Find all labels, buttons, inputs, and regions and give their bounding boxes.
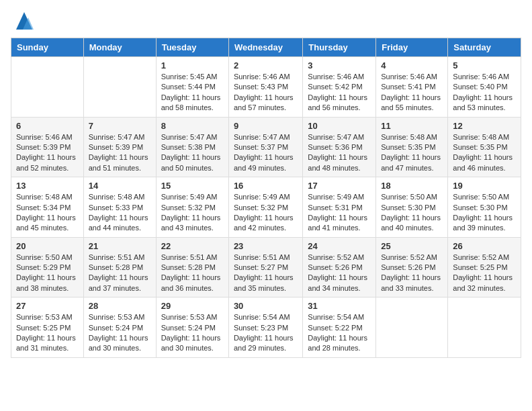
col-header-wednesday: Wednesday bbox=[228, 38, 302, 57]
calendar-cell: 11 Sunrise: 5:48 AMSunset: 5:35 PMDaylig… bbox=[376, 117, 448, 177]
calendar-cell: 21 Sunrise: 5:51 AMSunset: 5:28 PMDaylig… bbox=[83, 237, 156, 298]
calendar-week-row: 27 Sunrise: 5:53 AMSunset: 5:25 PMDaylig… bbox=[11, 298, 521, 358]
day-info: Sunrise: 5:48 AMSunset: 5:34 PMDaylight:… bbox=[16, 192, 79, 234]
calendar-cell: 8 Sunrise: 5:47 AMSunset: 5:38 PMDayligh… bbox=[156, 117, 228, 177]
calendar-cell: 22 Sunrise: 5:51 AMSunset: 5:28 PMDaylig… bbox=[156, 237, 228, 298]
col-header-monday: Monday bbox=[83, 38, 156, 57]
day-info: Sunrise: 5:46 AMSunset: 5:43 PMDaylight:… bbox=[234, 72, 298, 113]
col-header-friday: Friday bbox=[376, 38, 448, 57]
calendar-cell: 31 Sunrise: 5:54 AMSunset: 5:22 PMDaylig… bbox=[303, 298, 376, 358]
day-number: 16 bbox=[234, 181, 298, 191]
col-header-saturday: Saturday bbox=[448, 38, 521, 57]
calendar-cell: 14 Sunrise: 5:48 AMSunset: 5:33 PMDaylig… bbox=[83, 177, 156, 238]
calendar-cell: 24 Sunrise: 5:52 AMSunset: 5:26 PMDaylig… bbox=[303, 237, 376, 298]
day-info: Sunrise: 5:53 AMSunset: 5:25 PMDaylight:… bbox=[16, 312, 79, 354]
day-number: 27 bbox=[16, 301, 79, 311]
day-number: 2 bbox=[234, 60, 298, 71]
calendar-cell: 29 Sunrise: 5:53 AMSunset: 5:24 PMDaylig… bbox=[156, 298, 228, 358]
calendar-cell: 10 Sunrise: 5:47 AMSunset: 5:36 PMDaylig… bbox=[303, 117, 376, 177]
calendar-cell bbox=[11, 57, 84, 118]
day-number: 23 bbox=[234, 241, 298, 251]
col-header-sunday: Sunday bbox=[11, 38, 84, 57]
day-info: Sunrise: 5:50 AMSunset: 5:29 PMDaylight:… bbox=[16, 253, 79, 294]
day-number: 31 bbox=[308, 301, 371, 311]
calendar-cell: 20 Sunrise: 5:50 AMSunset: 5:29 PMDaylig… bbox=[11, 237, 84, 298]
day-info: Sunrise: 5:46 AMSunset: 5:39 PMDaylight:… bbox=[16, 132, 79, 174]
calendar-cell: 25 Sunrise: 5:52 AMSunset: 5:26 PMDaylig… bbox=[376, 237, 448, 298]
calendar-cell: 30 Sunrise: 5:54 AMSunset: 5:23 PMDaylig… bbox=[228, 298, 302, 358]
calendar-cell: 3 Sunrise: 5:46 AMSunset: 5:42 PMDayligh… bbox=[303, 57, 376, 118]
calendar-cell: 27 Sunrise: 5:53 AMSunset: 5:25 PMDaylig… bbox=[11, 298, 84, 358]
day-info: Sunrise: 5:52 AMSunset: 5:25 PMDaylight:… bbox=[453, 253, 516, 294]
day-number: 30 bbox=[234, 301, 298, 311]
calendar-week-row: 20 Sunrise: 5:50 AMSunset: 5:29 PMDaylig… bbox=[11, 237, 521, 298]
day-info: Sunrise: 5:47 AMSunset: 5:36 PMDaylight:… bbox=[308, 132, 371, 174]
calendar-header-row: SundayMondayTuesdayWednesdayThursdayFrid… bbox=[11, 38, 521, 57]
day-number: 21 bbox=[89, 241, 151, 251]
day-info: Sunrise: 5:47 AMSunset: 5:38 PMDaylight:… bbox=[161, 132, 224, 174]
calendar-week-row: 1 Sunrise: 5:45 AMSunset: 5:44 PMDayligh… bbox=[11, 57, 521, 118]
calendar-cell bbox=[448, 298, 521, 358]
calendar-cell: 17 Sunrise: 5:49 AMSunset: 5:31 PMDaylig… bbox=[303, 177, 376, 238]
day-info: Sunrise: 5:46 AMSunset: 5:41 PMDaylight:… bbox=[381, 72, 443, 113]
day-number: 29 bbox=[161, 301, 224, 311]
day-info: Sunrise: 5:48 AMSunset: 5:35 PMDaylight:… bbox=[381, 132, 443, 174]
calendar-cell bbox=[376, 298, 448, 358]
calendar-week-row: 6 Sunrise: 5:46 AMSunset: 5:39 PMDayligh… bbox=[11, 117, 521, 177]
calendar-cell: 1 Sunrise: 5:45 AMSunset: 5:44 PMDayligh… bbox=[156, 57, 228, 118]
calendar-cell: 26 Sunrise: 5:52 AMSunset: 5:25 PMDaylig… bbox=[448, 237, 521, 298]
day-info: Sunrise: 5:50 AMSunset: 5:30 PMDaylight:… bbox=[381, 192, 443, 234]
day-info: Sunrise: 5:47 AMSunset: 5:37 PMDaylight:… bbox=[234, 132, 298, 174]
day-number: 12 bbox=[453, 121, 516, 131]
day-info: Sunrise: 5:46 AMSunset: 5:40 PMDaylight:… bbox=[453, 72, 516, 113]
day-info: Sunrise: 5:51 AMSunset: 5:28 PMDaylight:… bbox=[161, 253, 224, 294]
day-info: Sunrise: 5:49 AMSunset: 5:32 PMDaylight:… bbox=[161, 192, 224, 234]
day-info: Sunrise: 5:52 AMSunset: 5:26 PMDaylight:… bbox=[308, 253, 371, 294]
calendar-cell: 16 Sunrise: 5:49 AMSunset: 5:32 PMDaylig… bbox=[228, 177, 302, 238]
calendar-cell: 18 Sunrise: 5:50 AMSunset: 5:30 PMDaylig… bbox=[376, 177, 448, 238]
day-number: 18 bbox=[381, 181, 443, 191]
day-info: Sunrise: 5:51 AMSunset: 5:27 PMDaylight:… bbox=[234, 253, 298, 294]
day-info: Sunrise: 5:54 AMSunset: 5:23 PMDaylight:… bbox=[234, 312, 298, 354]
day-number: 24 bbox=[308, 241, 371, 251]
day-number: 14 bbox=[89, 181, 151, 191]
col-header-thursday: Thursday bbox=[303, 38, 376, 57]
day-info: Sunrise: 5:51 AMSunset: 5:28 PMDaylight:… bbox=[89, 253, 151, 294]
calendar-cell: 4 Sunrise: 5:46 AMSunset: 5:41 PMDayligh… bbox=[376, 57, 448, 118]
day-number: 11 bbox=[381, 121, 443, 131]
day-number: 19 bbox=[453, 181, 516, 191]
day-info: Sunrise: 5:49 AMSunset: 5:31 PMDaylight:… bbox=[308, 192, 371, 234]
day-number: 25 bbox=[381, 241, 443, 251]
day-number: 22 bbox=[161, 241, 224, 251]
logo-icon bbox=[13, 11, 35, 32]
calendar-cell: 15 Sunrise: 5:49 AMSunset: 5:32 PMDaylig… bbox=[156, 177, 228, 238]
day-number: 8 bbox=[161, 121, 224, 131]
day-info: Sunrise: 5:53 AMSunset: 5:24 PMDaylight:… bbox=[89, 312, 151, 354]
day-number: 10 bbox=[308, 121, 371, 131]
day-number: 5 bbox=[453, 60, 516, 71]
day-number: 26 bbox=[453, 241, 516, 251]
day-number: 7 bbox=[89, 121, 151, 131]
day-info: Sunrise: 5:50 AMSunset: 5:30 PMDaylight:… bbox=[453, 192, 516, 234]
calendar-cell: 12 Sunrise: 5:48 AMSunset: 5:35 PMDaylig… bbox=[448, 117, 521, 177]
day-number: 9 bbox=[234, 121, 298, 131]
day-info: Sunrise: 5:53 AMSunset: 5:24 PMDaylight:… bbox=[161, 312, 224, 354]
day-number: 6 bbox=[16, 121, 79, 131]
calendar-cell: 6 Sunrise: 5:46 AMSunset: 5:39 PMDayligh… bbox=[11, 117, 84, 177]
calendar-cell: 13 Sunrise: 5:48 AMSunset: 5:34 PMDaylig… bbox=[11, 177, 84, 238]
day-info: Sunrise: 5:49 AMSunset: 5:32 PMDaylight:… bbox=[234, 192, 298, 234]
calendar-week-row: 13 Sunrise: 5:48 AMSunset: 5:34 PMDaylig… bbox=[11, 177, 521, 238]
day-number: 15 bbox=[161, 181, 224, 191]
day-number: 28 bbox=[89, 301, 151, 311]
day-number: 13 bbox=[16, 181, 79, 191]
calendar-cell: 5 Sunrise: 5:46 AMSunset: 5:40 PMDayligh… bbox=[448, 57, 521, 118]
logo bbox=[11, 11, 35, 32]
calendar-cell: 19 Sunrise: 5:50 AMSunset: 5:30 PMDaylig… bbox=[448, 177, 521, 238]
col-header-tuesday: Tuesday bbox=[156, 38, 228, 57]
calendar-cell bbox=[83, 57, 156, 118]
calendar-cell: 2 Sunrise: 5:46 AMSunset: 5:43 PMDayligh… bbox=[228, 57, 302, 118]
day-info: Sunrise: 5:54 AMSunset: 5:22 PMDaylight:… bbox=[308, 312, 371, 354]
day-info: Sunrise: 5:45 AMSunset: 5:44 PMDaylight:… bbox=[161, 72, 224, 113]
day-info: Sunrise: 5:48 AMSunset: 5:33 PMDaylight:… bbox=[89, 192, 151, 234]
day-info: Sunrise: 5:52 AMSunset: 5:26 PMDaylight:… bbox=[381, 253, 443, 294]
